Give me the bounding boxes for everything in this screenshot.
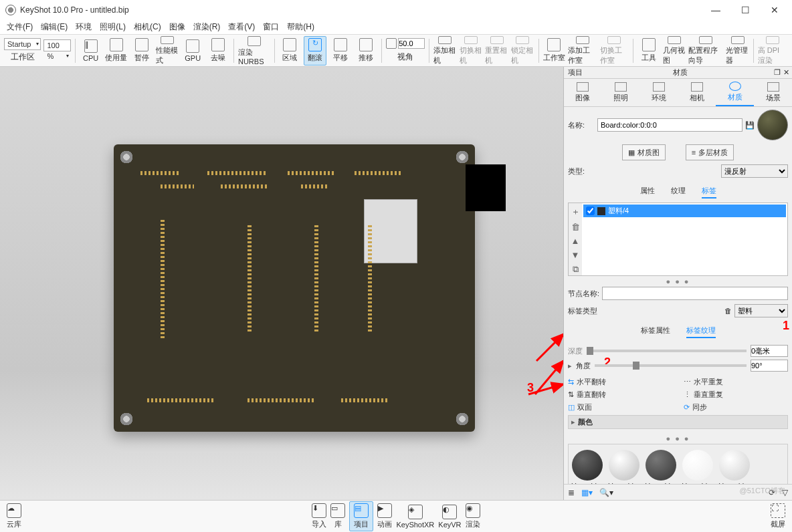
angle-value[interactable]	[751, 360, 788, 372]
label-type-select[interactable]: 塑料	[734, 304, 788, 317]
hflip-toggle[interactable]: ⇆水平翻转	[568, 377, 673, 387]
search-icon[interactable]: 🔍▾	[599, 488, 613, 497]
render-button[interactable]: ◉渲染	[466, 503, 480, 529]
panel-close-icon[interactable]: ✕	[783, 68, 789, 77]
vflip-toggle[interactable]: ⇅垂直翻转	[568, 390, 673, 400]
cloud-library-button[interactable]: ☁云库	[7, 503, 21, 529]
tab-camera[interactable]: 相机	[678, 79, 716, 106]
label-list-item[interactable]: 塑料/4	[583, 205, 786, 217]
panel-undock-icon[interactable]: ❐	[774, 68, 781, 77]
subtab-textures[interactable]: 纹理	[671, 186, 686, 198]
dolly-button[interactable]: 推移	[355, 36, 377, 65]
keyvr-button[interactable]: ◐KeyVR	[438, 505, 461, 529]
material-name-input[interactable]	[597, 118, 742, 132]
import-button[interactable]: ⬇导入	[312, 503, 326, 529]
node-name-input[interactable]	[602, 287, 788, 300]
delete-labeltype-icon[interactable]: 🗑	[724, 307, 732, 315]
subtab-properties[interactable]: 属性	[640, 186, 655, 198]
pan-button[interactable]: 平移	[329, 36, 352, 65]
angle-field[interactable]	[398, 38, 425, 49]
config-wizard-button[interactable]: 配置程序向导	[688, 36, 723, 65]
maximize-button[interactable]: ☐	[737, 5, 753, 15]
material-preview-sphere[interactable]	[757, 110, 788, 140]
tab-environment[interactable]: 环境	[640, 79, 678, 106]
swatch-item[interactable]: User_Li...	[718, 450, 750, 484]
annotation-3: 3	[527, 381, 534, 395]
library-button[interactable]: ▭库	[330, 503, 345, 529]
render-viewport[interactable]: 3	[0, 67, 563, 500]
pause-button[interactable]: 暂停	[130, 36, 153, 65]
tumble-button[interactable]: ↻翻滚	[304, 36, 326, 65]
menu-edit[interactable]: 编辑(E)	[38, 20, 70, 34]
usage-button[interactable]: 使用量	[105, 36, 128, 65]
subsubtab-label-props[interactable]: 标签属性	[641, 325, 670, 338]
add-camera-button[interactable]: 添加相机	[433, 36, 457, 65]
vrepeat-toggle[interactable]: ⋮垂直重复	[684, 390, 789, 400]
menu-lighting[interactable]: 照明(L)	[97, 20, 128, 34]
angle-slider[interactable]	[595, 364, 747, 367]
swatch-item[interactable]: User_Li...	[682, 450, 713, 484]
keyshotxr-button[interactable]: ◈KeyShotXR	[396, 505, 434, 529]
studio-button[interactable]: 工作室	[542, 36, 565, 65]
duplicate-label-icon[interactable]: ⧉	[573, 264, 579, 275]
project-button[interactable]: ▤项目	[349, 501, 373, 531]
minimize-button[interactable]: —	[708, 5, 724, 15]
save-material-icon[interactable]: 💾	[745, 121, 755, 130]
scene-icon	[767, 82, 779, 92]
depth-value[interactable]	[751, 345, 788, 357]
swatch-item[interactable]: User_Li...	[608, 450, 639, 484]
menu-file[interactable]: 文件(F)	[4, 20, 35, 34]
multilayer-button[interactable]: ≡多层材质	[686, 144, 734, 160]
double-sided-toggle[interactable]: ◫双面	[568, 402, 673, 412]
color-section-header[interactable]: 颜色	[578, 417, 593, 427]
drag-handle-icon-2[interactable]: ● ● ●	[568, 433, 788, 444]
delete-label-icon[interactable]: 🗑	[571, 222, 580, 232]
swatch-item[interactable]: User_Li...	[645, 450, 676, 484]
sync-toggle[interactable]: ⟳同步	[684, 402, 789, 412]
swatch-item[interactable]: User_Li...	[571, 450, 603, 484]
tab-image[interactable]: 图像	[564, 79, 602, 106]
move-up-icon[interactable]: ▲	[571, 236, 580, 246]
menu-render[interactable]: 渲染(R)	[191, 20, 223, 34]
menu-view[interactable]: 查看(V)	[225, 20, 258, 34]
material-graph-button[interactable]: ▦材质图	[622, 144, 666, 160]
screenshot-button[interactable]: ⛶截屏	[771, 503, 785, 529]
menu-help[interactable]: 帮助(H)	[284, 20, 317, 34]
zoom-combo[interactable]: 100 %	[43, 39, 70, 51]
label-visible-checkbox[interactable]	[586, 207, 595, 215]
tab-lighting[interactable]: 照明	[602, 79, 640, 106]
close-button[interactable]: ✕	[767, 5, 783, 15]
animation-button[interactable]: ▶动画	[377, 503, 392, 529]
add-label-icon[interactable]: ＋	[571, 206, 580, 218]
hrepeat-toggle[interactable]: ⋯水平重复	[684, 377, 789, 387]
light-manager-button[interactable]: 光管理器	[726, 36, 749, 65]
move-down-icon[interactable]: ▼	[571, 250, 580, 260]
menu-env[interactable]: 环境	[73, 20, 94, 34]
cpu-button[interactable]: ‖CPU	[80, 36, 102, 65]
subtab-labels[interactable]: 标签	[702, 186, 716, 198]
perf-button[interactable]: 性能模式	[156, 36, 179, 65]
gpu-button[interactable]: GPU	[181, 36, 204, 65]
workspace-combo[interactable]: Startup	[4, 38, 41, 50]
grid-view-icon[interactable]: ▦▾	[581, 488, 593, 497]
denoise-button[interactable]: 去噪	[207, 36, 229, 65]
region-button[interactable]: 区域	[278, 36, 301, 65]
material-type-select[interactable]: 漫反射	[721, 164, 788, 178]
render-icon: ◉	[466, 503, 480, 518]
pcb-model[interactable]	[114, 144, 475, 432]
menu-camera[interactable]: 相机(C)	[131, 20, 164, 34]
tab-material[interactable]: 材质	[716, 79, 754, 106]
geom-view-button[interactable]: 几何视图	[663, 36, 686, 65]
tools-button[interactable]: 工具	[637, 36, 660, 65]
depth-slider[interactable]	[587, 350, 747, 352]
tab-scene[interactable]: 场景	[754, 79, 792, 106]
add-studio-button[interactable]: 添加工作室	[568, 36, 597, 65]
vflip-icon: ⇅	[568, 390, 574, 399]
list-view-icon[interactable]: ≣	[568, 488, 575, 497]
menu-image[interactable]: 图像	[167, 20, 188, 34]
menu-window[interactable]: 窗口	[260, 20, 282, 34]
drag-handle-icon[interactable]: ● ● ●	[568, 276, 788, 287]
subsubtab-label-texture[interactable]: 标签纹理	[686, 325, 716, 338]
nurbs-button[interactable]: 渲染NURBS	[238, 36, 270, 65]
tools-icon	[642, 38, 656, 51]
